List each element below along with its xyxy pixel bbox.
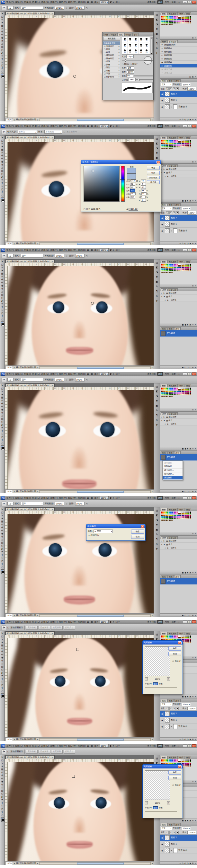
tool-icon[interactable]: ▦ xyxy=(0,272,4,275)
layers-footer-icon[interactable]: ⊞ xyxy=(192,119,194,120)
dock-panel-icon[interactable]: ◧ xyxy=(156,142,158,145)
hand-rotate-icon[interactable]: ◧ ▾ xyxy=(110,745,114,747)
flow-input[interactable]: 100%▸ xyxy=(75,378,85,381)
layers-footer-icon[interactable]: ▣ xyxy=(190,738,191,740)
screen-mode-icon[interactable]: ◱ ▾ xyxy=(115,249,120,251)
hand-rotate-icon[interactable]: ◧ ▾ xyxy=(110,497,114,499)
radius-input[interactable]: 3.0 xyxy=(153,682,158,685)
brush-dynamics-item[interactable]: ☐ 湿边 ▪ xyxy=(103,66,120,70)
lock-position-icon[interactable]: ✛ xyxy=(173,87,176,90)
document-tab[interactable]: PS转手绘教程.psd @ 100% (图层 2, RGB/8#) * × xyxy=(5,631,55,635)
brush-size-preview[interactable]: 15▾ xyxy=(7,502,13,505)
y-input[interactable]: 6 xyxy=(140,195,146,198)
view-extras-icon[interactable]: ▦ xyxy=(90,373,93,375)
tool-icon[interactable]: ✣ xyxy=(0,687,4,690)
visibility-eye-icon[interactable]: ◉ xyxy=(161,229,164,233)
action-check-icon[interactable]: ✓ xyxy=(165,423,167,425)
paths-footer-icon[interactable]: ✕ xyxy=(194,614,196,616)
checkbox-icon[interactable]: ☐ xyxy=(104,70,105,72)
status-arrow-icon[interactable]: ▶ xyxy=(14,491,15,493)
tool-icon[interactable]: ▱ xyxy=(0,662,4,665)
layer-thumbnail[interactable] xyxy=(165,98,170,103)
tool-icon[interactable]: ◉ xyxy=(0,780,4,783)
arrange-documents-icon[interactable]: ▤ ▾ xyxy=(94,745,98,747)
layers-footer-icon[interactable]: ∞ xyxy=(179,119,181,120)
brush-tip-cell[interactable]: 25 xyxy=(139,37,144,42)
layers-footer-icon[interactable]: ∞ xyxy=(179,243,181,244)
layers-footer-icon[interactable]: ⊞ xyxy=(192,243,194,244)
tool-icon[interactable]: ✦ xyxy=(0,765,4,768)
layers-footer-icon[interactable]: ⊞ xyxy=(192,738,194,740)
brush-dynamics-item[interactable]: ☑ 形状动态 ▪ xyxy=(103,45,120,48)
visibility-eye-icon[interactable]: ◉ xyxy=(161,842,164,846)
status-zoom-input[interactable]: 100% xyxy=(5,366,13,369)
action-row[interactable]: ✓ ▶ ▤ 默认动作 xyxy=(160,415,197,419)
tab-clone-source[interactable]: 仿制源 xyxy=(124,33,133,36)
dialog-close-icon[interactable]: ✕ xyxy=(157,161,160,164)
layer-row[interactable]: ◉ 图层 2 xyxy=(160,711,197,717)
actions-footer-icon[interactable]: ✕ xyxy=(194,695,196,698)
actions-footer-icon[interactable]: ● xyxy=(185,571,187,574)
path-name[interactable]: 工作路径 xyxy=(166,580,175,583)
tool-icon[interactable]: ▨ xyxy=(0,541,4,545)
tab-close-icon[interactable]: × xyxy=(51,756,53,758)
layer-fill-input[interactable]: 100%▸ xyxy=(187,87,196,91)
dock-panel-icon[interactable]: ✸ xyxy=(156,523,158,526)
actions-footer-icon[interactable]: ▣ xyxy=(190,200,191,202)
history-state-row[interactable]: ▭ 新建图层 xyxy=(160,64,197,68)
status-arrow-icon[interactable]: ▶ xyxy=(37,615,38,617)
brush-size-preview[interactable]: 15▾ xyxy=(7,6,13,10)
background-color-chip[interactable] xyxy=(2,323,4,326)
horizontal-scrollbar[interactable] xyxy=(39,119,151,121)
dock-panel-icon[interactable]: ✚ xyxy=(156,52,158,55)
launch-bridge-icon[interactable]: ▣ xyxy=(87,125,90,127)
dock-panel-icon[interactable]: ✎ xyxy=(156,409,158,412)
layer-thumbnail[interactable] xyxy=(165,222,170,227)
flow-input[interactable]: 100%▸ xyxy=(75,502,85,505)
tab-adjustments[interactable]: 调整 xyxy=(103,33,109,36)
panel-tab[interactable]: 画笔预设 xyxy=(167,508,178,511)
menu-item[interactable]: 图像(I) xyxy=(24,125,31,128)
expander-icon[interactable]: ▼ xyxy=(164,544,166,545)
zoom-out-icon[interactable]: − xyxy=(145,801,148,804)
scroll-right-icon[interactable]: ▶ xyxy=(152,243,153,245)
tab-channels[interactable]: 通道 xyxy=(167,575,174,578)
document-tab[interactable]: PS转手绘教程.psd @ 100% (图层 2, RGB/8#) * × xyxy=(5,507,55,511)
tool-icon[interactable]: ▱ xyxy=(0,166,4,169)
tool-icon[interactable]: ∿ xyxy=(0,514,4,517)
radius-input[interactable]: 3.0 xyxy=(153,806,158,809)
layer-row[interactable]: ◉ ∞ 背景 副本 xyxy=(160,104,197,110)
lock-pixels-icon[interactable]: ✎ xyxy=(169,211,172,214)
workspace-tab[interactable]: 基本功能 xyxy=(146,0,157,4)
s-input[interactable]: 32 xyxy=(130,183,135,186)
actions-footer-icon[interactable]: ▶ xyxy=(187,448,188,450)
workspace-tab[interactable]: 基本功能 xyxy=(146,248,157,252)
actions-footer-icon[interactable]: ▶ xyxy=(187,819,188,822)
menu-item[interactable]: 滤镜(T) xyxy=(50,1,58,4)
menu-item[interactable]: 文件(F) xyxy=(6,496,14,500)
brush-tip-cell[interactable]: 25 xyxy=(144,37,149,42)
tool-icon[interactable]: ➤ xyxy=(0,136,4,139)
dock-panel-icon[interactable]: ✸ xyxy=(156,276,158,278)
s-radio[interactable]: ○ xyxy=(126,183,128,185)
layer-name[interactable]: 图层 1 xyxy=(171,99,177,102)
dock-panel-icon[interactable]: ▤ xyxy=(156,385,158,388)
menu-item[interactable]: 视图(V) xyxy=(59,496,66,500)
brush-size-preview[interactable]: 15▾ xyxy=(7,378,13,381)
action-row[interactable]: ✓ ▶ 动作 1 xyxy=(160,298,197,302)
blend-mode-select[interactable]: 正常▾ xyxy=(161,827,172,830)
swatch-footer-icon[interactable]: ⊞ xyxy=(192,161,194,163)
layers-footer-icon[interactable]: ✕ xyxy=(194,862,196,864)
action-row[interactable]: ✓ ▶ ▤ 默认动作 xyxy=(160,539,197,543)
tool-icon[interactable]: ◌ xyxy=(0,194,4,197)
layer-row[interactable]: ◉ 图层 1 xyxy=(160,221,197,228)
checkbox-icon[interactable]: ☐ xyxy=(104,66,105,69)
tool-icon[interactable]: ✏ xyxy=(0,281,4,284)
launch-bridge-icon[interactable]: ▣ xyxy=(87,373,90,375)
layer-thumbnail[interactable] xyxy=(165,92,170,96)
close-button[interactable]: ✕ xyxy=(192,372,196,375)
tool-icon[interactable]: ➢ xyxy=(0,557,4,560)
brush-tool-icon[interactable]: ✏ xyxy=(2,6,6,10)
restore-button[interactable]: ❐ xyxy=(187,620,192,623)
status-arrow-icon[interactable]: ▶ xyxy=(14,119,15,121)
